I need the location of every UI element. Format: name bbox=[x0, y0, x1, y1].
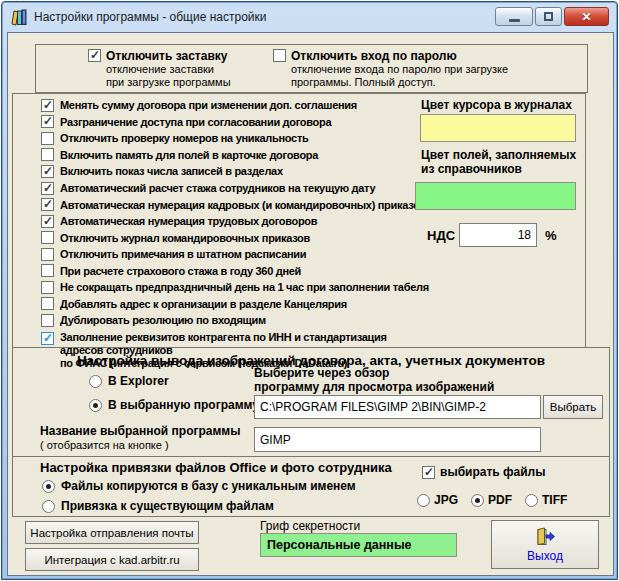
browse-button[interactable]: Выбрать bbox=[543, 395, 603, 419]
checkbox-row[interactable]: Дублировать резолюцию по входящим bbox=[41, 312, 415, 329]
checkbox-label: Автоматическая нумерация кадровых (и ком… bbox=[60, 199, 426, 211]
disable-splash-option[interactable]: Отключить заставку bbox=[88, 49, 231, 63]
option-description: отключение заставки при загрузке програм… bbox=[106, 63, 231, 88]
general-options-panel: Менять сумму договора при изменении доп.… bbox=[12, 93, 586, 348]
maximize-button[interactable] bbox=[535, 7, 562, 26]
checkbox-icon[interactable] bbox=[41, 182, 54, 195]
radio-icon[interactable] bbox=[89, 375, 102, 388]
checkbox-row[interactable]: Менять сумму договора при изменении доп.… bbox=[41, 97, 415, 114]
office-binding-heading: Настройка привязки файлов Office и фото … bbox=[40, 460, 392, 475]
format-radio-option[interactable]: JPG bbox=[417, 493, 458, 507]
disable-password-option[interactable]: Отключить вход по паролю bbox=[273, 49, 508, 63]
vat-label: НДС bbox=[427, 228, 455, 243]
radio-icon[interactable] bbox=[525, 494, 538, 507]
checkbox-row[interactable]: Разграничение доступа при согласовании д… bbox=[41, 114, 415, 131]
program-path-input[interactable] bbox=[254, 395, 541, 419]
checkbox-icon[interactable] bbox=[41, 297, 54, 310]
checkbox-row[interactable]: Автоматический расчет стажа сотрудников … bbox=[41, 180, 415, 197]
close-icon: ✕ bbox=[581, 11, 591, 23]
checkbox-row[interactable]: Отключить журнал командировочных приказо… bbox=[41, 229, 415, 246]
checkbox-row[interactable]: Автоматическая нумерация кадровых (и ком… bbox=[41, 196, 415, 213]
cursor-color-swatch[interactable] bbox=[420, 114, 576, 142]
checkbox-icon[interactable] bbox=[41, 314, 54, 327]
checkbox-icon[interactable] bbox=[41, 165, 54, 178]
checkbox-row[interactable]: При расчете страхового стажа в году 360 … bbox=[41, 262, 415, 279]
checkbox-icon[interactable] bbox=[41, 115, 54, 128]
checkbox-row[interactable]: Отключить примечания в штатном расписани… bbox=[41, 246, 415, 263]
program-name-note: ( отобразится на кнопке ) bbox=[40, 439, 169, 451]
checkbox-icon[interactable] bbox=[41, 332, 54, 345]
settings-window: Настройки программы - общие настройки ✕ … bbox=[1, 1, 618, 580]
browse-hint-label: Выберите через обзор программу для просм… bbox=[254, 367, 494, 394]
radio-icon[interactable] bbox=[471, 494, 484, 507]
minimize-icon bbox=[509, 19, 520, 22]
checkbox-icon[interactable] bbox=[41, 248, 54, 261]
checkbox-icon[interactable] bbox=[422, 466, 435, 479]
exit-button-label: Выход bbox=[527, 549, 563, 563]
checkbox-label: Менять сумму договора при изменении доп.… bbox=[60, 99, 357, 111]
radio-chosen-program[interactable]: В выбранную программу bbox=[89, 398, 259, 412]
minimize-button[interactable] bbox=[495, 7, 533, 26]
format-label: TIFF bbox=[542, 493, 567, 507]
checkbox-icon[interactable] bbox=[41, 198, 54, 211]
startup-options-panel: Отключить заставку отключение заставки п… bbox=[35, 44, 588, 93]
office-binding-panel: Настройка привязки файлов Office и фото … bbox=[12, 456, 610, 517]
checkbox-label: Автоматическая нумерация трудовых догово… bbox=[60, 215, 317, 227]
radio-icon[interactable] bbox=[89, 399, 102, 412]
checkbox-icon[interactable] bbox=[41, 231, 54, 244]
ref-fields-color-label: Цвет полей, заполняемых из справочников bbox=[421, 148, 576, 176]
radio-explorer[interactable]: В Explorer bbox=[89, 374, 169, 388]
format-radio-option[interactable]: PDF bbox=[471, 493, 512, 507]
mail-settings-button[interactable]: Настройка отправления почты bbox=[25, 521, 199, 544]
cursor-color-label: Цвет курсора в журналах bbox=[421, 98, 572, 112]
pick-files-option[interactable]: выбирать файлы bbox=[422, 465, 545, 479]
checkbox-label: Включить показ числа записей в разделах bbox=[60, 165, 283, 177]
disable-splash-group: Отключить заставку отключение заставки п… bbox=[88, 49, 231, 88]
close-button[interactable]: ✕ bbox=[564, 7, 609, 26]
title-bar[interactable]: Настройки программы - общие настройки ✕ bbox=[2, 2, 617, 31]
maximize-icon bbox=[544, 12, 553, 21]
checkbox-icon[interactable] bbox=[41, 264, 54, 277]
checkbox-label: Включить память для полей в карточке дог… bbox=[60, 149, 318, 161]
checkbox-label: Автоматический расчет стажа сотрудников … bbox=[60, 182, 375, 194]
radio-icon[interactable] bbox=[42, 500, 55, 513]
checkbox-icon[interactable] bbox=[88, 49, 101, 62]
format-label: PDF bbox=[488, 493, 512, 507]
secrecy-value-field[interactable]: Персональные данные bbox=[260, 533, 457, 557]
exit-button[interactable]: Выход bbox=[491, 520, 599, 569]
ref-fields-color-swatch[interactable] bbox=[415, 182, 576, 210]
vat-input[interactable] bbox=[459, 223, 537, 247]
program-name-input[interactable] bbox=[254, 427, 541, 452]
exit-door-icon bbox=[535, 527, 556, 547]
format-radio-option[interactable]: TIFF bbox=[525, 493, 567, 507]
checkbox-icon[interactable] bbox=[41, 132, 54, 145]
disable-password-group: Отключить вход по паролю отключение вход… bbox=[273, 49, 508, 88]
checkbox-label: Отключить журнал командировочных приказо… bbox=[60, 232, 310, 244]
radio-icon[interactable] bbox=[417, 494, 430, 507]
checkbox-row[interactable]: Автоматическая нумерация трудовых догово… bbox=[41, 213, 415, 230]
checkbox-icon[interactable] bbox=[41, 148, 54, 161]
checkbox-icon[interactable] bbox=[41, 215, 54, 228]
radio-link-files[interactable]: Привязка к существующим файлам bbox=[42, 499, 274, 513]
radio-label: Файлы копируются в базу с уникальным име… bbox=[61, 479, 356, 493]
checkbox-label: Добавлять адрес к организации в разделе … bbox=[60, 298, 347, 310]
checkbox-row[interactable]: Включить показ числа записей в разделах bbox=[41, 163, 415, 180]
dialog-client-area: Отключить заставку отключение заставки п… bbox=[7, 32, 614, 576]
checkbox-icon[interactable] bbox=[41, 99, 54, 112]
radio-label: Привязка к существующим файлам bbox=[61, 499, 274, 513]
checkbox-row[interactable]: Не сокращать предпраздничный день на 1 ч… bbox=[41, 279, 415, 296]
books-icon bbox=[10, 8, 28, 26]
checkbox-row[interactable]: Включить память для полей в карточке дог… bbox=[41, 147, 415, 164]
checkbox-row[interactable]: Отключить проверку номеров на уникальнос… bbox=[41, 130, 415, 147]
radio-copy-files[interactable]: Файлы копируются в базу с уникальным име… bbox=[42, 479, 356, 493]
checkbox-label: Отключить заставку bbox=[106, 49, 227, 63]
checkbox-icon[interactable] bbox=[273, 49, 286, 62]
vat-unit-label: % bbox=[545, 228, 557, 243]
kad-arbitr-integration-button[interactable]: Интеграция с kad.arbitr.ru bbox=[25, 548, 199, 571]
checkbox-icon[interactable] bbox=[41, 281, 54, 294]
radio-icon[interactable] bbox=[42, 480, 55, 493]
window-title: Настройки программы - общие настройки bbox=[34, 10, 489, 24]
checkbox-label: Отключить вход по паролю bbox=[291, 49, 457, 63]
checkbox-row[interactable]: Добавлять адрес к организации в разделе … bbox=[41, 296, 415, 313]
checkbox-label: Отключить проверку номеров на уникальнос… bbox=[60, 132, 308, 144]
